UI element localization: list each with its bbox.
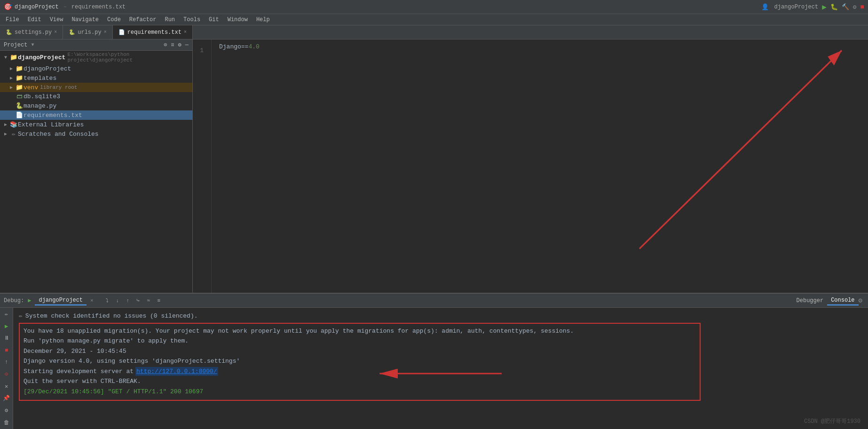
- menu-bar: File Edit View Navigate Code Refactor Ru…: [0, 14, 868, 25]
- console-access-log: [29/Dec/2021 10:45:56] "GET / HTTP/1.1" …: [24, 387, 696, 397]
- migration-warning-text: You have 18 unapplied migration(s). Your…: [24, 328, 574, 335]
- folder-icon-venv: 📁: [15, 84, 24, 91]
- debug-tab-debugger[interactable]: Debugger: [793, 296, 828, 305]
- debug-run-button[interactable]: 🐛: [830, 3, 838, 11]
- debug-restart-btn[interactable]: ↑: [2, 358, 11, 367]
- user-icon: 👤: [761, 3, 769, 11]
- debug-pin-btn[interactable]: 📌: [2, 394, 11, 403]
- run-config-label: djangoProject: [774, 4, 819, 10]
- debug-toolbar: ⤵ ↓ ↑ ⤷ ≈ ≡: [101, 296, 165, 306]
- console-server-start: Starting development server at http://12…: [24, 367, 696, 376]
- code-package-name: Django: [219, 43, 241, 50]
- console-migration-warning: You have 18 unapplied migration(s). Your…: [24, 327, 696, 336]
- console-highlight-box: You have 18 unapplied migration(s). Your…: [19, 323, 701, 401]
- title-bar-left: 🎯 djangoProject – requirements.txt: [4, 3, 126, 11]
- tree-templates-label: templates: [24, 75, 56, 82]
- console-datetime-text: December 29, 2021 - 10:45:45: [24, 348, 126, 355]
- console-output: ✏ System check identified no issues (0 s…: [13, 308, 868, 429]
- req-txt-icon: 📄: [15, 111, 24, 119]
- tree-db-sqlite3[interactable]: ▶ 🗃 db.sqlite3: [0, 92, 192, 101]
- tab-urls-py-icon: 🐍: [69, 29, 75, 35]
- tree-venv-suffix: library root: [40, 85, 77, 90]
- console-datetime: December 29, 2021 - 10:45:45: [24, 347, 696, 356]
- tab-requirements-close[interactable]: ×: [184, 30, 187, 35]
- tree-ext-lib-label: External Libraries: [18, 121, 84, 128]
- menu-refactor[interactable]: Refactor: [126, 16, 160, 24]
- debug-breakpoints-btn[interactable]: ⊙: [2, 370, 11, 379]
- db-file-icon: 🗃: [15, 93, 24, 100]
- code-editor[interactable]: Django==4.0: [212, 39, 868, 293]
- menu-git[interactable]: Git: [205, 16, 223, 24]
- tab-settings-close[interactable]: ×: [54, 30, 57, 35]
- tab-urls-py[interactable]: 🐍 urls.py ×: [63, 25, 112, 39]
- tree-djangoproject-inner[interactable]: ▶ 📁 djangoProject: [0, 64, 192, 73]
- watermark: CSDN @肥仔哥哥1930: [804, 417, 860, 425]
- migration-hint-text: Run 'python manage.py migrate' to apply …: [24, 337, 189, 344]
- settings-button[interactable]: ⚙: [853, 3, 857, 11]
- debug-settings-gear[interactable]: ⚙: [859, 296, 862, 304]
- debug-pencil-btn[interactable]: ✏: [2, 310, 11, 319]
- debug-session-tab[interactable]: djangoProject: [35, 296, 87, 305]
- debug-mute-btn[interactable]: ✕: [2, 382, 11, 391]
- app-icon: 🎯: [4, 3, 12, 11]
- menu-view[interactable]: View: [46, 16, 67, 24]
- build-button[interactable]: 🔨: [842, 3, 849, 11]
- tree-arrow-templates: ▶: [8, 75, 15, 81]
- editor-tabs-bar: 🐍 settings.py × 🐍 urls.py × 📄 requiremen…: [0, 25, 868, 39]
- tab-urls-py-label: urls.py: [78, 29, 101, 36]
- sidebar-scope-btn[interactable]: ⊙: [164, 41, 167, 48]
- stop-button[interactable]: ■: [860, 3, 864, 11]
- title-separator: –: [63, 4, 67, 10]
- menu-tools[interactable]: Tools: [180, 16, 204, 24]
- debug-evaluate[interactable]: ≈: [144, 296, 153, 305]
- tree-scratches-consoles[interactable]: ▶ ✏️ Scratches and Consoles: [0, 129, 192, 139]
- folder-icon-inner: 📁: [15, 65, 24, 72]
- server-url[interactable]: http://127.0.0.1:8000/: [135, 367, 218, 376]
- debug-pause-btn[interactable]: ⏸: [2, 334, 11, 343]
- tree-manage-py[interactable]: ▶ 🐍 manage.py: [0, 101, 192, 110]
- sidebar-close-btn[interactable]: —: [185, 42, 189, 48]
- tab-settings-py-label: settings.py: [15, 29, 52, 36]
- menu-help[interactable]: Help: [253, 16, 274, 24]
- app-title: djangoProject: [15, 4, 59, 10]
- menu-navigate[interactable]: Navigate: [68, 16, 103, 24]
- debug-tab-console[interactable]: Console: [827, 296, 858, 305]
- tab-requirements-txt[interactable]: 📄 requirements.txt ×: [113, 25, 193, 39]
- ext-lib-icon: 📚: [9, 121, 18, 128]
- sidebar-header-label: Project: [4, 42, 27, 48]
- debug-frames[interactable]: ≡: [155, 296, 163, 305]
- debug-session-close[interactable]: ×: [90, 298, 94, 304]
- code-version: 4.0: [248, 43, 259, 50]
- sidebar-dropdown-icon[interactable]: ▼: [31, 42, 34, 47]
- tree-external-libraries[interactable]: ▶ 📚 External Libraries: [0, 120, 192, 129]
- scratches-icon: ✏️: [9, 130, 18, 138]
- debug-session-icon: ▶: [28, 297, 31, 304]
- tree-venv[interactable]: ▶ 📁 venv library root: [0, 83, 192, 92]
- debug-settings2-btn[interactable]: ⚙: [2, 406, 11, 415]
- menu-code[interactable]: Code: [103, 16, 125, 24]
- access-log-text: [29/Dec/2021 10:45:56] "GET / HTTP/1.1" …: [24, 388, 203, 395]
- menu-window[interactable]: Window: [224, 16, 252, 24]
- debug-run-to-cursor[interactable]: ⤷: [134, 296, 142, 305]
- sidebar-options-btn[interactable]: ⚙: [178, 41, 181, 48]
- run-button[interactable]: ▶: [822, 2, 827, 12]
- debug-step-over[interactable]: ⤵: [103, 296, 111, 305]
- menu-edit[interactable]: Edit: [24, 16, 45, 24]
- debug-label: Debug:: [4, 297, 24, 304]
- menu-run[interactable]: Run: [161, 16, 179, 24]
- tab-settings-py[interactable]: 🐍 settings.py ×: [0, 25, 63, 39]
- debug-resume-btn[interactable]: ▶: [2, 322, 11, 331]
- tree-templates[interactable]: ▶ 📁 templates: [0, 73, 192, 83]
- debug-trash-btn[interactable]: 🗑: [2, 418, 11, 427]
- tab-urls-close[interactable]: ×: [104, 30, 107, 35]
- menu-file[interactable]: File: [2, 16, 23, 24]
- tree-arrow-venv: ▶: [8, 85, 15, 90]
- sidebar-collapse-btn[interactable]: ≡: [171, 42, 174, 48]
- tree-requirements-txt[interactable]: ▶ 📄 requirements.txt: [0, 110, 192, 120]
- debug-step-out[interactable]: ↑: [124, 296, 132, 305]
- tree-django-project-root[interactable]: ▼ 📁 djangoProject E:\Workspaces\python p…: [0, 51, 192, 64]
- debug-step-into[interactable]: ↓: [113, 296, 122, 305]
- debug-stop-btn[interactable]: ■: [2, 346, 11, 355]
- django-version-text: Django version 4.0, using settings 'djan…: [24, 358, 240, 365]
- console-quit-hint: Quit the server with CTRL-BREAK.: [24, 377, 696, 386]
